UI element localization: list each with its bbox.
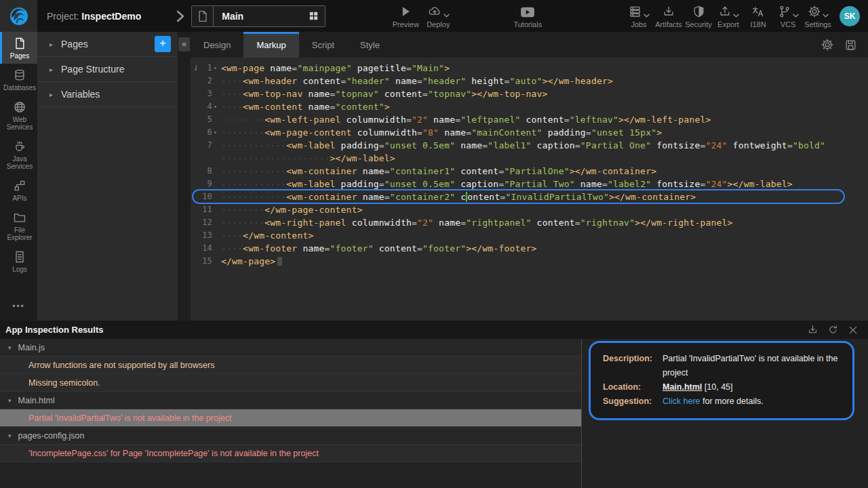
close-icon[interactable]: [848, 325, 859, 336]
tab-design[interactable]: Design: [191, 32, 243, 58]
tab-script[interactable]: Script: [299, 32, 347, 58]
video-tutorials-icon: [520, 6, 535, 18]
code-line-10[interactable]: 10············<wm-container name="contai…: [191, 190, 868, 203]
code-area[interactable]: i1▾<wm-page name="mainpage" pagetitle="M…: [191, 58, 868, 321]
code-line-wrap[interactable]: ····················></wm-label>: [191, 152, 868, 165]
code-text[interactable]: ····<wm-top-nav name="topnav" content="t…: [219, 87, 548, 100]
code-text[interactable]: </wm-page>: [219, 255, 282, 268]
section-filename: Main.js: [18, 343, 45, 352]
settings-button[interactable]: Settings: [803, 0, 833, 32]
code-text[interactable]: ····<wm-content name="content">: [219, 100, 390, 113]
deploy-button[interactable]: Deploy: [423, 0, 453, 32]
code-line-13[interactable]: 13····</wm-content>: [191, 229, 868, 242]
code-token: ></wm-footer>: [466, 243, 536, 253]
sidebar-item-logs[interactable]: Logs: [0, 245, 37, 277]
suggestion-link[interactable]: Click here: [663, 396, 701, 406]
code-token: =: [417, 243, 422, 253]
artifacts-button[interactable]: Artifacts: [654, 0, 684, 32]
tab-markup[interactable]: Markup: [243, 32, 298, 58]
inspection-item[interactable]: Arrow functions are not supported by all…: [0, 357, 581, 374]
code-line-12[interactable]: 12········<wm-right-panel columnwidth="2…: [191, 216, 868, 229]
code-line-2[interactable]: 2····<wm-header content="header" name="h…: [191, 75, 868, 87]
inspection-item[interactable]: 'IncompletePage.css' for Page 'Incomplet…: [0, 445, 581, 462]
code-line-14[interactable]: 14····<wm-footer name="footer" content="…: [191, 242, 868, 255]
fold-arrow-icon[interactable]: ▾: [212, 100, 219, 113]
jobs-button[interactable]: Jobs: [624, 0, 654, 32]
code-token: ></wm-header>: [542, 76, 613, 86]
panel-section-pages[interactable]: ▸ Pages +: [37, 32, 178, 57]
app-logo[interactable]: [0, 0, 37, 32]
code-text[interactable]: ····<wm-header content="header" name="he…: [219, 75, 613, 87]
code-text[interactable]: <wm-page name="mainpage" pagetitle="Main…: [219, 62, 450, 75]
code-text[interactable]: ············<wm-container name="containe…: [219, 190, 696, 203]
code-text[interactable]: ············<wm-label padding="unset 0.5…: [219, 178, 793, 190]
code-line-11[interactable]: 11········</wm-page-content>: [191, 203, 868, 216]
code-line-4[interactable]: 4▾····<wm-content name="content">: [191, 100, 868, 113]
vcs-button[interactable]: VCS: [773, 0, 803, 32]
inspection-section-Main.js[interactable]: ▾Main.js: [0, 339, 581, 357]
fold-arrow-icon[interactable]: ▾: [212, 62, 219, 75]
inspection-section-pages-config.json[interactable]: ▾pages-config.json: [0, 427, 581, 445]
code-line-6[interactable]: 6▾········<wm-page-content columnwidth="…: [191, 126, 868, 139]
code-line-8[interactable]: 8············<wm-container name="contain…: [191, 165, 868, 178]
sidebar-item-databases[interactable]: Databases: [0, 64, 37, 96]
download-results-icon[interactable]: [807, 324, 818, 336]
code-token: ></wm-container>: [570, 166, 656, 176]
collapse-arrow-icon[interactable]: ▾: [8, 432, 12, 439]
code-line-3[interactable]: 3····<wm-top-nav name="topnav" content="…: [191, 87, 868, 100]
export-button[interactable]: I18N Export: [713, 0, 743, 32]
code-token: >: [384, 102, 390, 112]
fold-arrow-icon[interactable]: ▾: [212, 126, 219, 139]
security-button[interactable]: Security: [684, 0, 713, 32]
location-file-link[interactable]: Main.html: [663, 382, 702, 392]
expand-arrow-icon[interactable]: ▸: [50, 91, 53, 98]
rail-overflow-button[interactable]: •••: [0, 302, 37, 311]
code-line-1[interactable]: i1▾<wm-page name="mainpage" pagetitle="M…: [191, 62, 868, 75]
collapse-panel-button[interactable]: «: [178, 37, 190, 52]
sidebar-item-apis[interactable]: APIs: [0, 174, 37, 206]
refresh-icon[interactable]: [827, 324, 839, 336]
sidebar-item-java-services[interactable]: Java Services: [0, 135, 37, 174]
panel-section-variables[interactable]: ▸ Variables: [37, 82, 178, 107]
expand-arrow-icon[interactable]: ▸: [50, 66, 53, 73]
sidebar-item-pages[interactable]: Pages: [0, 32, 37, 64]
code-text[interactable]: ····<wm-footer name="footer" content="fo…: [219, 242, 537, 255]
expand-arrow-icon[interactable]: ▸: [50, 41, 53, 48]
code-token: height: [466, 76, 504, 86]
code-line-9[interactable]: 9············<wm-label padding="unset 0.…: [191, 178, 868, 190]
tab-style[interactable]: Style: [347, 32, 393, 58]
user-avatar[interactable]: SK: [840, 6, 860, 26]
collapse-arrow-icon[interactable]: ▾: [8, 344, 12, 351]
code-line-7[interactable]: 7············<wm-label padding="unset 0.…: [191, 139, 868, 152]
code-text[interactable]: ············<wm-label padding="unset 0.5…: [219, 139, 825, 152]
code-token: name: [357, 192, 384, 202]
code-text[interactable]: ····</wm-content>: [219, 229, 313, 242]
code-line-5[interactable]: 5········<wm-left-panel columnwidth="2" …: [191, 113, 868, 126]
code-text[interactable]: ············<wm-container name="containe…: [219, 165, 656, 178]
code-text[interactable]: ········<wm-right-panel columnwidth="2" …: [219, 216, 733, 229]
save-icon[interactable]: [844, 39, 857, 52]
editor-settings-gear-icon[interactable]: [821, 38, 834, 52]
inspection-item[interactable]: Partial 'InvalidPartialTwo' is not avail…: [0, 409, 581, 427]
code-text[interactable]: ········<wm-page-content columnwidth="8"…: [219, 126, 662, 139]
inspection-section-Main.html[interactable]: ▾Main.html: [0, 392, 581, 409]
code-text[interactable]: ········<wm-left-panel columnwidth="2" n…: [219, 113, 711, 126]
code-token: =: [422, 89, 428, 99]
sidebar-item-web-services[interactable]: Web Services: [0, 96, 37, 135]
add-page-button[interactable]: +: [155, 36, 171, 52]
panel-section-page-structure[interactable]: ▸ Page Structure: [37, 57, 178, 82]
line-number: 1: [200, 62, 212, 75]
collapse-arrow-icon[interactable]: ▾: [8, 397, 12, 404]
inspection-item[interactable]: Missing semicolon.: [0, 374, 581, 392]
gutter: 14: [191, 242, 219, 255]
i18n-button[interactable]: I18N: [743, 0, 773, 32]
code-token: =: [384, 192, 390, 202]
code-text[interactable]: ········</wm-page-content>: [219, 203, 363, 216]
sidebar-item-file-explorer[interactable]: File Explorer: [0, 206, 37, 245]
page-grid-icon[interactable]: [308, 10, 319, 22]
preview-button[interactable]: Preview: [391, 0, 420, 32]
code-text[interactable]: ····················></wm-label>: [219, 152, 395, 165]
page-selector[interactable]: Main: [191, 5, 326, 27]
code-line-15[interactable]: 15</wm-page>: [191, 255, 868, 268]
tutorials-button[interactable]: Tutorials: [513, 0, 542, 32]
